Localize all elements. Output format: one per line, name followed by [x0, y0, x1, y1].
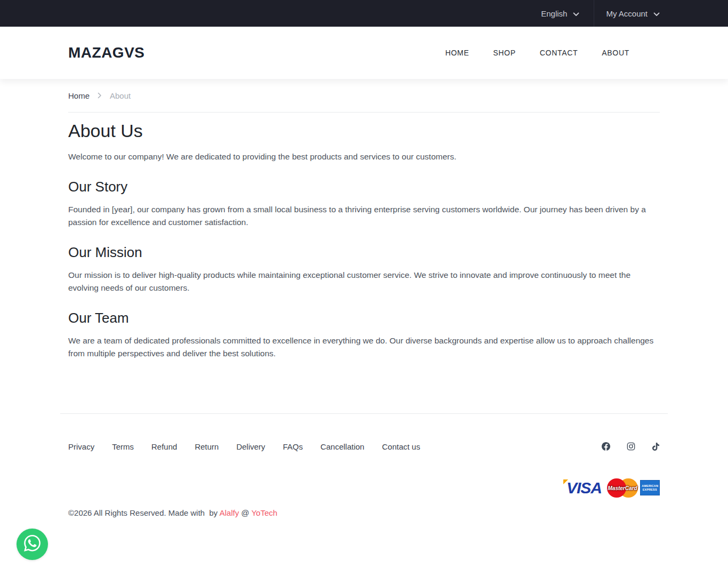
facebook-icon[interactable]	[602, 442, 610, 451]
footer-link-contact-us[interactable]: Contact us	[382, 442, 420, 451]
author-link[interactable]: Alalfy	[220, 508, 239, 517]
copyright-text: ©2026 All Rights Reserved. Made with by	[68, 508, 220, 517]
site-footer: Privacy Terms Refund Return Delivery FAQ…	[60, 413, 668, 540]
section-text-our-mission: Our mission is to deliver high-quality p…	[68, 269, 660, 294]
whatsapp-button[interactable]	[17, 529, 48, 560]
nav-item-contact[interactable]: CONTACT	[540, 49, 578, 57]
visa-flag	[563, 479, 568, 484]
company-link[interactable]: YoTech	[252, 508, 278, 517]
nav-item-home[interactable]: HOME	[445, 49, 469, 57]
footer-link-faqs[interactable]: FAQs	[283, 442, 303, 451]
breadcrumb-home-link[interactable]: Home	[68, 91, 90, 100]
section-heading-our-team: Our Team	[68, 309, 660, 327]
site-header: MAZAGVS HOME SHOP CONTACT ABOUT	[0, 27, 728, 79]
page-title: About Us	[68, 119, 660, 142]
my-account-label: My Account	[606, 9, 648, 18]
nav-item-about[interactable]: ABOUT	[602, 49, 629, 57]
breadcrumb-current: About	[110, 91, 131, 100]
instagram-icon[interactable]	[627, 442, 635, 451]
footer-link-terms[interactable]: Terms	[112, 442, 134, 451]
chevron-down-icon	[573, 9, 579, 18]
section-heading-our-story: Our Story	[68, 178, 660, 196]
footer-links: Privacy Terms Refund Return Delivery FAQ…	[68, 442, 420, 451]
footer-link-refund[interactable]: Refund	[151, 442, 177, 451]
footer-link-privacy[interactable]: Privacy	[68, 442, 94, 451]
nav-item-shop[interactable]: SHOP	[493, 49, 515, 57]
whatsapp-icon	[24, 535, 41, 554]
tiktok-icon[interactable]	[652, 443, 660, 451]
footer-link-cancellation[interactable]: Cancellation	[320, 442, 365, 451]
main-nav: HOME SHOP CONTACT ABOUT	[445, 49, 629, 57]
footer-link-delivery[interactable]: Delivery	[236, 442, 265, 451]
language-label: English	[541, 9, 567, 18]
main-content: Home About About Us Welcome to our compa…	[68, 79, 660, 360]
section-heading-our-mission: Our Mission	[68, 244, 660, 262]
about-intro: Welcome to our company! We are dedicated…	[68, 150, 660, 163]
language-selector[interactable]: English	[541, 9, 579, 18]
section-text-our-team: We are a team of dedicated professionals…	[68, 334, 660, 360]
topbar-divider	[594, 0, 594, 27]
section-text-our-story: Founded in [year], our company has grown…	[68, 203, 660, 229]
my-account-menu[interactable]: My Account	[606, 9, 660, 18]
copyright: ©2026 All Rights Reserved. Made with by …	[68, 508, 660, 540]
visa-icon: VISA	[560, 478, 605, 498]
mastercard-icon: MasterCard	[607, 478, 638, 498]
amex-icon: AMERICAN EXPRESS	[640, 480, 660, 495]
chevron-down-icon	[653, 9, 660, 18]
payment-methods: VISA MasterCard AMERICAN EXPRESS	[68, 478, 660, 498]
breadcrumb: Home About	[68, 79, 660, 113]
chevron-right-icon	[98, 91, 102, 100]
topbar: English My Account	[0, 0, 728, 27]
footer-link-return[interactable]: Return	[195, 442, 219, 451]
site-logo[interactable]: MAZAGVS	[68, 44, 145, 61]
social-links	[602, 442, 660, 451]
